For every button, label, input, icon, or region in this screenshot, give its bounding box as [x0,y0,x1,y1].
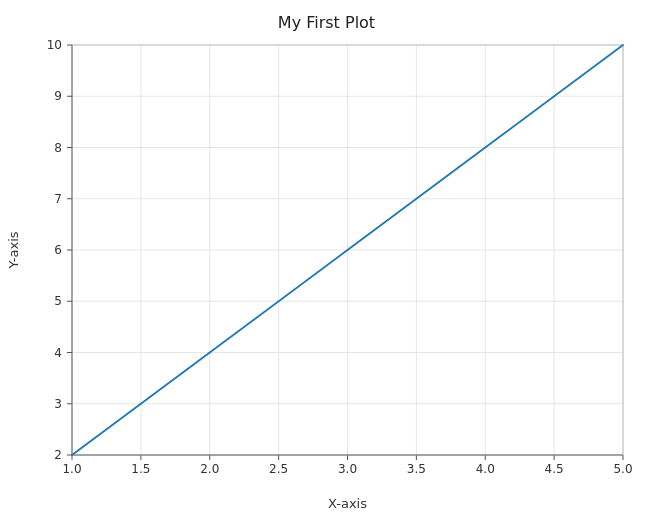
y-axis-label: Y-axis [6,231,21,269]
svg-text:4.0: 4.0 [476,462,495,476]
svg-text:4: 4 [54,346,62,360]
svg-text:6: 6 [54,243,62,257]
svg-text:3: 3 [54,397,62,411]
svg-text:5.0: 5.0 [613,462,632,476]
svg-text:4.5: 4.5 [545,462,564,476]
svg-text:3.0: 3.0 [338,462,357,476]
svg-text:1.5: 1.5 [131,462,150,476]
svg-text:5: 5 [54,294,62,308]
x-axis-label: X-axis [328,496,367,511]
svg-text:9: 9 [54,89,62,103]
svg-text:1.0: 1.0 [62,462,81,476]
svg-text:3.5: 3.5 [407,462,426,476]
svg-text:7: 7 [54,192,62,206]
chart-title: My First Plot [278,13,375,32]
chart-container: 1.01.52.02.53.03.54.04.55.02345678910My … [0,0,653,520]
svg-text:2: 2 [54,448,62,462]
chart-svg: 1.01.52.02.53.03.54.04.55.02345678910My … [0,0,653,520]
svg-text:2.5: 2.5 [269,462,288,476]
svg-text:2.0: 2.0 [200,462,219,476]
svg-text:10: 10 [47,38,62,52]
svg-text:8: 8 [54,141,62,155]
